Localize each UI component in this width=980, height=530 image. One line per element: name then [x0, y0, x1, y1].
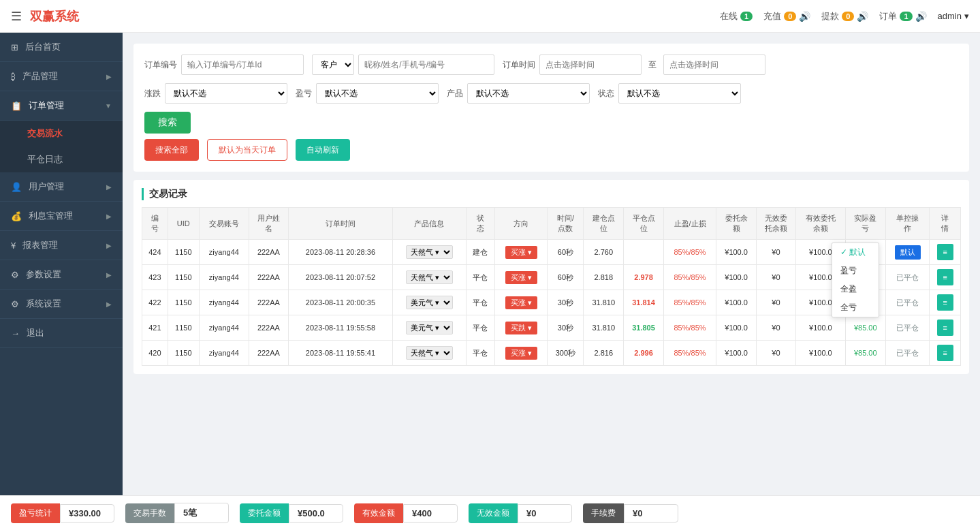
sidebar-label-product: 产品管理: [22, 70, 58, 82]
withdraw-speaker-icon[interactable]: 🔊: [857, 11, 868, 22]
profit-loss-label: 盈亏: [296, 88, 312, 99]
pnl-stat: 盈亏统计 ¥330.00: [11, 503, 114, 523]
detail-btn[interactable]: ≡: [937, 294, 953, 311]
detail-btn[interactable]: ≡: [937, 269, 953, 285]
cell-valid: ¥100.0: [795, 341, 845, 366]
product-select-cell[interactable]: 天然气 ▾: [406, 346, 453, 360]
recharge-speaker-icon[interactable]: 🔊: [799, 11, 810, 22]
cell-username: 222AA: [249, 240, 288, 265]
sidebar-item-treasure[interactable]: 💰 利息宝管理 ▶: [0, 202, 123, 231]
search-button[interactable]: 搜索: [144, 112, 191, 134]
sidebar-item-params[interactable]: ⚙ 参数设置 ▶: [0, 260, 123, 290]
commission-value: ¥500.0: [289, 504, 343, 523]
cell-operation: 已平仓: [885, 290, 930, 315]
sidebar-item-user[interactable]: 👤 用户管理 ▶: [0, 172, 123, 202]
dropdown-option-full-loss[interactable]: 全亏: [832, 298, 879, 317]
cell-status: 平仓: [466, 290, 495, 315]
cell-detail: ≡: [930, 265, 961, 290]
order-id-input[interactable]: [181, 54, 304, 75]
cell-direction: 买涨 ▾: [495, 265, 548, 290]
col-order-time: 订单时间: [288, 208, 392, 240]
order-id-label: 订单编号: [144, 59, 177, 71]
direction-btn[interactable]: 买涨 ▾: [505, 347, 537, 360]
cell-commission: ¥100.0: [716, 240, 757, 265]
col-account: 交易账号: [199, 208, 249, 240]
sidebar-item-report[interactable]: ¥ 报表管理 ▶: [0, 231, 123, 260]
sidebar-item-close-log[interactable]: 平仓日志: [0, 146, 123, 172]
cell-invalid: ¥0: [756, 240, 795, 265]
rise-fall-select[interactable]: 默认不选: [165, 83, 287, 104]
cell-id: 422: [142, 290, 168, 315]
invalid-label: 无效金额: [469, 503, 518, 523]
detail-btn[interactable]: ≡: [937, 345, 953, 361]
sidebar-item-dashboard[interactable]: ⊞ 后台首页: [0, 33, 123, 62]
status-select[interactable]: 默认不选: [618, 83, 741, 104]
cell-time-points: 300秒: [548, 341, 584, 366]
table-title: 交易记录: [142, 188, 961, 200]
valid-stat: 有效金额 ¥400: [354, 503, 458, 523]
time-end-input[interactable]: [663, 54, 765, 75]
sidebar-label-logout: 退出: [27, 327, 44, 339]
fee-value: ¥0: [624, 504, 678, 523]
sidebar-item-order[interactable]: 📋 订单管理 ▼: [0, 91, 123, 121]
product-select-filter[interactable]: 默认不选: [467, 83, 590, 104]
cell-direction: 买涨 ▾: [495, 341, 548, 366]
sidebar-item-trade-flow[interactable]: 交易流水: [0, 121, 123, 146]
table-row: 420 1150 ziyang44 222AA 2023-08-11 19:55…: [142, 341, 961, 366]
sidebar-item-product[interactable]: ₿ 产品管理 ▶: [0, 62, 123, 91]
cell-order-time: 2023-08-11 20:00:35: [288, 290, 392, 315]
detail-btn[interactable]: ≡: [937, 244, 953, 260]
pnl-label: 盈亏统计: [11, 503, 60, 523]
default-today-button[interactable]: 默认为当天订单: [207, 139, 287, 161]
sidebar: ⊞ 后台首页 ₿ 产品管理 ▶ 📋 订单管理 ▼ 交易流水 平仓日志: [0, 33, 123, 495]
profit-loss-select[interactable]: 默认不选: [316, 83, 439, 104]
product-select-cell[interactable]: 美元气 ▾: [406, 321, 453, 334]
product-select-cell[interactable]: 天然气 ▾: [406, 270, 453, 284]
cell-product: 天然气 ▾: [393, 341, 466, 366]
operation-btn[interactable]: 默认: [895, 245, 921, 260]
col-operation: 单控操作: [885, 208, 930, 240]
menu-icon[interactable]: ☰: [11, 9, 22, 24]
product-icon: ₿: [11, 72, 16, 82]
dropdown-option-pnl[interactable]: 盈亏: [832, 262, 879, 280]
direction-btn[interactable]: 买跌 ▾: [505, 322, 537, 334]
operation-closed: 已平仓: [896, 273, 919, 281]
withdraw-count: 0: [842, 12, 854, 21]
online-count: 1: [740, 12, 753, 21]
direction-btn[interactable]: 买涨 ▾: [505, 271, 537, 284]
cell-status: 建仓: [466, 240, 495, 265]
product-select-cell[interactable]: 天然气 ▾: [406, 245, 453, 259]
nickname-input[interactable]: [358, 54, 494, 75]
auto-refresh-button[interactable]: 自动刷新: [296, 139, 350, 161]
withdraw-status: 提款 0 🔊: [821, 10, 868, 22]
cell-id: 420: [142, 341, 168, 366]
direction-btn[interactable]: 买涨 ▾: [505, 246, 537, 259]
order-mgmt-icon: 📋: [11, 101, 22, 111]
dropdown-option-default[interactable]: ✓ 默认: [832, 243, 879, 262]
col-time-points: 时间/点数: [548, 208, 584, 240]
order-speaker-icon[interactable]: 🔊: [915, 11, 927, 22]
cell-account: ziyang44: [199, 341, 249, 366]
cell-username: 222AA: [249, 315, 288, 341]
cell-valid: ¥100.0: [795, 315, 845, 341]
cell-order-time: 2023-08-11 20:07:52: [288, 265, 392, 290]
sidebar-item-logout[interactable]: → 退出: [0, 319, 123, 348]
search-all-button[interactable]: 搜索全部: [144, 139, 199, 161]
cell-open-price: 2.818: [584, 265, 624, 290]
invalid-stat: 无效金额 ¥0: [469, 503, 572, 523]
time-start-input[interactable]: [539, 54, 642, 75]
product-select-cell[interactable]: 美元气 ▾: [406, 296, 453, 309]
cell-status: 平仓: [466, 315, 495, 341]
detail-btn[interactable]: ≡: [937, 319, 953, 336]
cell-uid: 1150: [168, 315, 199, 341]
sidebar-item-system[interactable]: ⚙ 系统设置 ▶: [0, 290, 123, 319]
dropdown-option-full-profit[interactable]: 全盈: [832, 280, 879, 298]
customer-select[interactable]: 客户: [312, 54, 354, 75]
order-count: 1: [900, 12, 912, 21]
cell-open-price: 31.810: [584, 290, 624, 315]
treasure-arrow-icon: ▶: [106, 213, 112, 220]
admin-menu[interactable]: admin ▾: [938, 11, 969, 21]
direction-btn[interactable]: 买涨 ▾: [505, 296, 537, 309]
online-status: 在线 1: [720, 10, 753, 22]
report-icon: ¥: [11, 240, 16, 251]
